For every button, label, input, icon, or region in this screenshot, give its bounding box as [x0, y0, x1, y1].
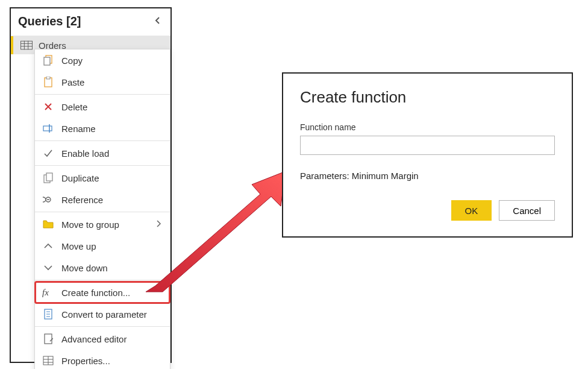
function-name-label: Function name: [300, 122, 555, 132]
ok-button[interactable]: OK: [451, 200, 492, 221]
rename-icon: [42, 122, 54, 134]
menu-move-to-group-label: Move to group: [61, 219, 119, 230]
context-menu: Copy Paste Delete Rename Enable load Dup…: [34, 49, 170, 369]
menu-delete[interactable]: Delete: [35, 96, 170, 118]
parameters-text: Parameters: Minimum Margin: [300, 171, 555, 181]
move-up-icon: [42, 240, 54, 252]
menu-create-function[interactable]: fx Create function...: [35, 282, 170, 303]
menu-rename[interactable]: Rename: [35, 118, 170, 139]
function-name-input[interactable]: [300, 136, 555, 155]
menu-separator: [35, 140, 170, 141]
folder-icon: [42, 218, 54, 230]
checkmark-icon: [42, 147, 54, 159]
delete-icon: [42, 101, 54, 113]
menu-separator: [35, 94, 170, 95]
parameter-icon: [42, 308, 54, 320]
menu-separator: [35, 212, 170, 212]
fx-icon: fx: [42, 286, 54, 298]
svg-rect-9: [43, 126, 52, 131]
panel-title: Queries [2]: [18, 14, 81, 28]
paste-icon: [42, 76, 54, 88]
menu-separator: [35, 280, 170, 280]
svg-rect-0: [20, 41, 32, 49]
menu-rename-label: Rename: [61, 124, 96, 134]
svg-rect-12: [46, 173, 52, 181]
editor-icon: [42, 333, 54, 345]
menu-copy[interactable]: Copy: [35, 49, 170, 71]
collapse-chevron-icon[interactable]: [154, 15, 162, 28]
menu-copy-label: Copy: [61, 55, 83, 66]
menu-reference-label: Reference: [61, 195, 103, 205]
menu-advanced-label: Advanced editor: [61, 334, 127, 344]
menu-move-to-group[interactable]: Move to group: [35, 213, 170, 235]
svg-rect-6: [44, 57, 50, 65]
menu-separator: [35, 326, 170, 327]
menu-move-down[interactable]: Move down: [35, 257, 170, 279]
menu-paste-label: Paste: [61, 77, 84, 87]
menu-enable-load[interactable]: Enable load: [35, 142, 170, 164]
chevron-right-icon: [155, 219, 161, 229]
move-down-icon: [42, 262, 54, 274]
reference-icon: [42, 194, 54, 206]
properties-icon: [42, 355, 54, 367]
duplicate-icon: [42, 172, 54, 184]
menu-duplicate[interactable]: Duplicate: [35, 167, 170, 189]
dialog-title: Create function: [300, 88, 555, 107]
menu-move-down-label: Move down: [61, 263, 108, 273]
menu-properties-label: Properties...: [61, 356, 110, 366]
svg-rect-18: [45, 334, 52, 344]
menu-advanced-editor[interactable]: Advanced editor: [35, 328, 170, 350]
menu-move-up-label: Move up: [61, 241, 96, 251]
menu-convert-label: Convert to parameter: [61, 309, 147, 320]
panel-header: Queries [2]: [11, 8, 170, 36]
menu-create-function-label: Create function...: [61, 288, 130, 298]
menu-delete-label: Delete: [61, 102, 87, 112]
menu-duplicate-label: Duplicate: [61, 173, 99, 183]
menu-convert-to-parameter[interactable]: Convert to parameter: [35, 303, 170, 325]
dialog-buttons: OK Cancel: [300, 200, 555, 221]
create-function-dialog: Create function Function name Parameters…: [282, 72, 573, 238]
menu-paste[interactable]: Paste: [35, 71, 170, 93]
table-icon: [20, 40, 33, 50]
cancel-button[interactable]: Cancel: [499, 200, 555, 221]
menu-reference[interactable]: Reference: [35, 189, 170, 210]
menu-properties[interactable]: Properties...: [35, 350, 170, 369]
copy-icon: [42, 54, 54, 66]
menu-enable-load-label: Enable load: [61, 148, 109, 159]
svg-text:fx: fx: [42, 288, 49, 297]
svg-rect-8: [46, 77, 50, 79]
menu-move-up[interactable]: Move up: [35, 235, 170, 257]
menu-separator: [35, 165, 170, 166]
